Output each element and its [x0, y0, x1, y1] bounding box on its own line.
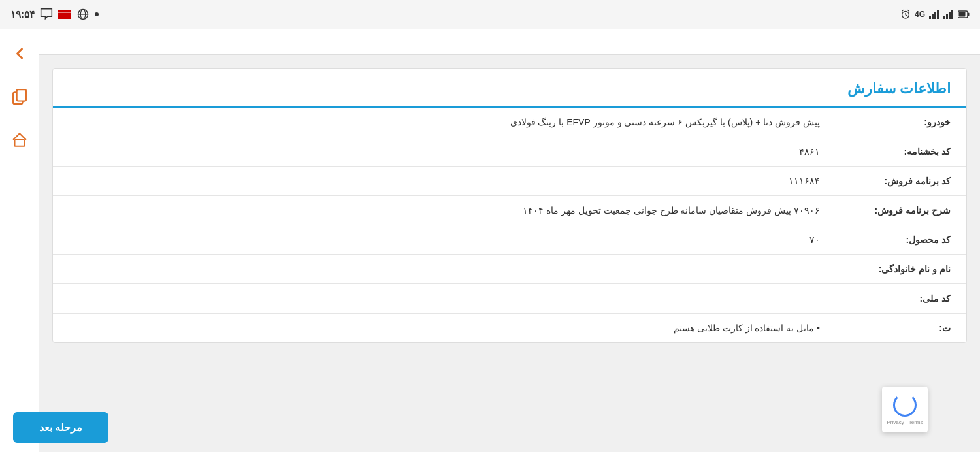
recaptcha-spinner: [893, 393, 917, 417]
row-value: ۷۰۹۰۶ پیش فروش متقاضیان سامانه طرح جوانی…: [53, 196, 836, 225]
svg-rect-4: [946, 14, 948, 19]
svg-line-15: [907, 10, 909, 11]
row-value: ۴۸۶۱: [53, 137, 836, 167]
order-info-card: اطلاعات سفارش خودرو:پیش فروش دنا + (پلاس…: [52, 68, 967, 343]
svg-rect-8: [932, 14, 934, 19]
network-label: 4G: [915, 10, 925, 19]
privacy-terms-text: Privacy - Terms: [887, 419, 923, 426]
row-label: نام و نام خانوادگی:: [836, 255, 966, 284]
table-row: ت:• مایل به استفاده از کارت طلایی هستم: [53, 314, 966, 343]
table-row: کد محصول:۷۰: [53, 225, 966, 255]
svg-rect-9: [934, 12, 936, 19]
svg-rect-26: [14, 140, 24, 146]
top-nav-bar: [39, 29, 980, 55]
translate-icon: [76, 8, 90, 21]
table-row: کد برنامه فروش:۱۱۱۶۸۴: [53, 167, 966, 196]
row-value: ۷۰: [53, 225, 836, 255]
main-content: اطلاعات سفارش خودرو:پیش فروش دنا + (پلاس…: [39, 55, 980, 452]
row-label: خودرو:: [836, 108, 966, 137]
row-value: پیش فروش دنا + (پلاس) با گیربکس ۶ سرعته …: [53, 108, 836, 137]
table-row: کد ملی:: [53, 284, 966, 314]
signal-icon: [943, 10, 954, 19]
table-row: خودرو:پیش فروش دنا + (پلاس) با گیربکس ۶ …: [53, 108, 966, 137]
dot-indicator: [95, 12, 99, 16]
home-nav-icon[interactable]: [8, 128, 31, 152]
side-navigation: [0, 29, 39, 452]
svg-rect-21: [58, 13, 71, 16]
svg-rect-25: [16, 89, 25, 101]
chat-icon: [40, 8, 53, 21]
time-display: ۱۹:۵۴: [10, 8, 35, 20]
next-button[interactable]: مرحله بعد: [13, 412, 108, 443]
row-label: شرح برنامه فروش:: [836, 196, 966, 225]
row-label: کد برنامه فروش:: [836, 167, 966, 196]
row-label: ت:: [836, 314, 966, 343]
table-row: کد بخشنامه:۴۸۶۱: [53, 137, 966, 167]
row-value: [53, 284, 836, 314]
card-header: اطلاعات سفارش: [53, 69, 966, 108]
svg-rect-7: [929, 16, 931, 19]
table-row: نام و نام خانوادگی:: [53, 255, 966, 284]
battery-icon: [958, 10, 970, 18]
info-table: خودرو:پیش فروش دنا + (پلاس) با گیربکس ۶ …: [53, 108, 966, 342]
svg-line-13: [906, 15, 907, 16]
alarm-icon: [900, 9, 911, 20]
svg-line-14: [902, 10, 904, 11]
svg-rect-6: [951, 10, 953, 19]
copy-nav-icon[interactable]: [8, 85, 31, 108]
status-right: ۱۹:۵۴: [10, 8, 99, 21]
recaptcha-badge: Privacy - Terms: [882, 387, 928, 432]
row-label: کد محصول:: [836, 225, 966, 255]
card-title: اطلاعات سفارش: [847, 80, 951, 97]
row-value: ۱۱۱۶۸۴: [53, 167, 836, 196]
signal-icon-2: [929, 10, 939, 19]
status-bar: 4G ۱۹:۵۴: [0, 0, 980, 29]
row-value: • مایل به استفاده از کارت طلایی هستم: [53, 314, 836, 343]
back-nav-icon[interactable]: [8, 42, 31, 65]
status-icons: 4G: [900, 9, 970, 20]
flag-icon: [58, 10, 71, 19]
row-value: [53, 255, 836, 284]
svg-rect-3: [943, 16, 945, 19]
row-label: کد ملی:: [836, 284, 966, 314]
svg-rect-5: [949, 12, 951, 19]
svg-rect-10: [937, 10, 939, 19]
row-label: کد بخشنامه:: [836, 137, 966, 167]
table-row: شرح برنامه فروش:۷۰۹۰۶ پیش فروش متقاضیان …: [53, 196, 966, 225]
svg-rect-2: [959, 12, 966, 17]
bullet-item: • مایل به استفاده از کارت طلایی هستم: [674, 323, 820, 333]
svg-rect-1: [968, 13, 970, 16]
